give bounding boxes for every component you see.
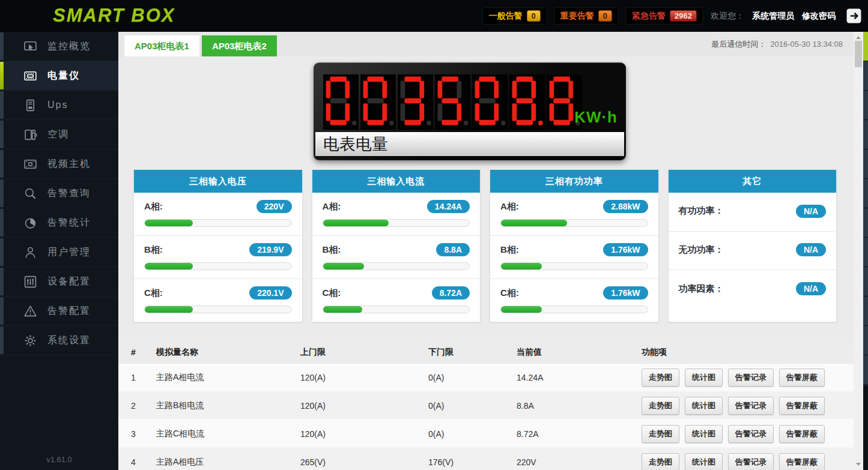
alarm-badge-label: 重要告警	[560, 11, 594, 22]
meter-digits	[323, 74, 582, 130]
sidebar-item-ups[interactable]: Ups	[0, 91, 118, 120]
phase-row: 有功功率： N/A	[669, 193, 837, 232]
phase-label: C相:	[500, 288, 519, 299]
phase-progress-track	[323, 262, 470, 270]
phase-label: 功率因素：	[679, 283, 724, 295]
sidebar-item-device-config[interactable]: 设备配置	[0, 267, 118, 297]
phase-value-pill: 2.88kW	[603, 200, 648, 213]
tab-meter-1[interactable]: AP03柜电表1	[124, 35, 199, 56]
alarm-stats-icon	[23, 216, 37, 230]
tab-meter-2[interactable]: AP03柜电表2	[202, 35, 277, 56]
scrollbar-up-arrow-icon[interactable]	[856, 34, 861, 39]
stats-chart-button[interactable]: 统计图	[685, 425, 723, 443]
phase-row: A相: 14.24A	[312, 193, 481, 236]
phase-row-top: A相: 14.24A	[323, 200, 470, 213]
panel-body: 有功功率： N/A 无功功率： N/A 功率因素： N/A	[669, 193, 837, 309]
alarm-record-button[interactable]: 告警记录	[728, 425, 774, 443]
sidebar-item-user-management[interactable]: 用户管理	[0, 238, 118, 267]
meter-digit	[323, 74, 359, 130]
cell-upper-limit: 265(V)	[300, 457, 428, 467]
cell-lower-limit: 176(V)	[428, 457, 517, 467]
stats-chart-button[interactable]: 统计图	[685, 453, 723, 470]
trend-chart-button[interactable]: 走势图	[642, 453, 679, 470]
alarm-badge-general[interactable]: 一般告警 0	[483, 8, 547, 24]
phase-label: B相:	[144, 244, 163, 256]
panel-active-power: 三相有功功率 A相: 2.88kW B相: 1.76kW C相: 1.76kW	[490, 169, 659, 322]
sidebar-item-alarm-stats[interactable]: 告警统计	[0, 208, 118, 238]
sidebar-item-air-conditioner[interactable]: 空调	[0, 120, 118, 149]
phase-progress-track	[323, 306, 470, 313]
user-management-icon	[23, 246, 37, 259]
phase-value-pill: N/A	[796, 243, 826, 256]
main-area: AP03柜电表1 AP03柜电表2 最后通信时间： 2016-05-30 13:…	[118, 32, 854, 470]
right-edge-rail	[863, 32, 868, 470]
phase-label: B相:	[500, 244, 519, 256]
alarm-mask-button[interactable]: 告警屏蔽	[779, 453, 825, 470]
sidebar-item-alarm-config[interactable]: 告警配置	[0, 297, 118, 326]
panel-title: 其它	[669, 170, 837, 193]
scrollbar-thumb[interactable]	[855, 41, 862, 67]
phase-progress-fill	[145, 220, 193, 226]
sidebar-item-monitor-overview[interactable]: 监控概览	[0, 32, 118, 61]
sidebar-item-video-host[interactable]: 视频主机	[0, 149, 118, 179]
sidebar-item-label: 告警查询	[47, 187, 91, 200]
tab-bar: AP03柜电表1 AP03柜电表2 最后通信时间： 2016-05-30 13:…	[118, 32, 854, 56]
logout-icon[interactable]	[846, 8, 862, 24]
alarm-badges: 一般告警 0 重要告警 0 紧急告警 2962	[483, 8, 703, 24]
alarm-record-button[interactable]: 告警记录	[728, 453, 774, 470]
phase-row-top: C相: 1.76kW	[500, 286, 648, 300]
phase-row-top: C相: 220.1V	[144, 286, 292, 300]
analog-table: # 模拟量名称 上门限 下门限 当前值 功能项 1 主路A相电流 120(A) …	[118, 341, 854, 470]
table-header-row: # 模拟量名称 上门限 下门限 当前值 功能项	[118, 341, 854, 364]
monitor-overview-icon	[23, 40, 37, 53]
cell-current-value: 8.8A	[517, 401, 642, 411]
phase-label: A相:	[323, 201, 341, 212]
cell-current-value: 14.24A	[517, 373, 642, 382]
cell-name: 主路B相电流	[156, 400, 300, 411]
phase-label: A相:	[500, 201, 519, 212]
trend-chart-button[interactable]: 走势图	[642, 397, 679, 415]
sidebar-item-label: 用户管理	[47, 246, 91, 259]
sidebar-item-system-settings[interactable]: 系统设置	[0, 326, 118, 355]
top-bar: SMART BOX 一般告警 0 重要告警 0 紧急告警 2962 欢迎您： 系…	[0, 0, 868, 32]
sidebar-item-alarm-search[interactable]: 告警查询	[0, 179, 118, 208]
cell-name: 主路A相电流	[156, 372, 300, 383]
cell-actions: 走势图统计图告警记录告警屏蔽	[642, 369, 854, 387]
phase-progress-track	[144, 306, 292, 313]
panel-body: A相: 2.88kW B相: 1.76kW C相: 1.76kW	[490, 193, 658, 322]
vertical-scrollbar[interactable]	[854, 32, 863, 470]
cell-lower-limit: 0(A)	[428, 401, 517, 411]
col-lower-limit: 下门限	[428, 347, 517, 358]
stats-chart-button[interactable]: 统计图	[685, 369, 723, 387]
sidebar-item-power-meter[interactable]: 电量仪	[0, 61, 118, 91]
phase-row-top: B相: 1.76kW	[500, 243, 648, 256]
alarm-record-button[interactable]: 告警记录	[728, 397, 774, 415]
alarm-badge-label: 紧急告警	[632, 11, 666, 22]
table-row: 2 主路B相电流 120(A) 0(A) 8.8A 走势图统计图告警记录告警屏蔽	[118, 392, 854, 420]
cell-index: 3	[131, 429, 156, 439]
meter-digit	[472, 74, 508, 130]
sidebar-item-label: 电量仪	[47, 70, 80, 82]
phase-progress-fill	[145, 263, 193, 270]
cell-upper-limit: 120(A)	[300, 401, 428, 411]
alarm-record-button[interactable]: 告警记录	[728, 369, 774, 387]
alarm-mask-button[interactable]: 告警屏蔽	[779, 397, 825, 415]
alarm-badge-urgent[interactable]: 紧急告警 2962	[626, 8, 703, 24]
scrollbar-down-arrow-icon[interactable]	[856, 463, 861, 468]
change-password-link[interactable]: 修改密码	[802, 11, 836, 22]
alarm-count-badge: 0	[527, 10, 541, 22]
alarm-mask-button[interactable]: 告警屏蔽	[779, 369, 825, 387]
cell-upper-limit: 120(A)	[300, 373, 428, 382]
alarm-badge-important[interactable]: 重要告警 0	[554, 8, 618, 24]
trend-chart-button[interactable]: 走势图	[642, 425, 679, 443]
phase-progress-track	[323, 219, 470, 227]
phase-label: C相:	[144, 288, 163, 299]
table-row: 3 主路C相电流 120(A) 0(A) 8.72A 走势图统计图告警记录告警屏…	[118, 420, 854, 448]
stats-chart-button[interactable]: 统计图	[685, 397, 723, 415]
alarm-count-badge: 2962	[670, 10, 697, 22]
alarm-search-icon	[23, 187, 37, 200]
meter-digit	[398, 74, 433, 130]
trend-chart-button[interactable]: 走势图	[642, 369, 679, 387]
alarm-mask-button[interactable]: 告警屏蔽	[779, 425, 825, 443]
phase-row-top: 有功功率： N/A	[679, 205, 827, 218]
